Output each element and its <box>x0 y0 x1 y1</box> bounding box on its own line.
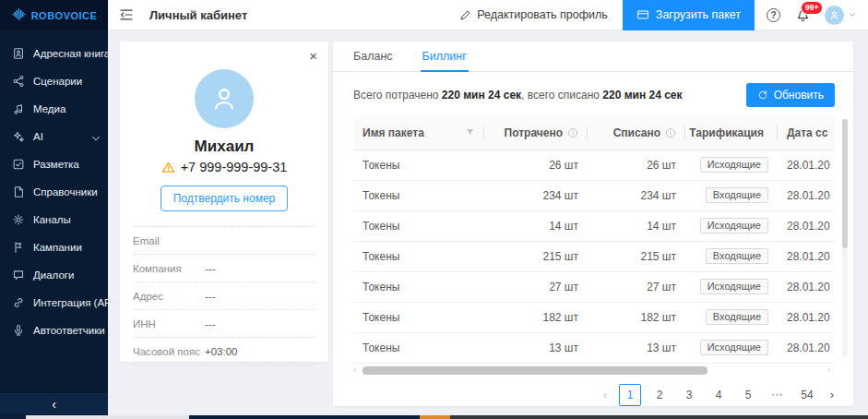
cell-spent: 26 шт <box>484 150 588 180</box>
menu-fold-icon <box>119 7 134 22</box>
summary-spent-total: 220 мин 24 сек <box>442 89 521 102</box>
vertical-scrollbar[interactable] <box>842 119 848 357</box>
billing-toolbar: Всего потрачено 220 мин 24 сек, всего сп… <box>333 72 853 116</box>
field-label: Адрес <box>133 291 205 302</box>
sidebar-item-label: Медиа <box>33 103 65 114</box>
chevron-down-icon <box>848 10 857 19</box>
cell-package-name: Токены <box>353 180 484 210</box>
confirm-number-button[interactable]: Подтвердить номер <box>161 186 289 211</box>
channels-icon <box>12 213 25 226</box>
cell-tariff: Исходящие <box>685 332 778 363</box>
cell-tariff: Исходящие <box>685 210 778 241</box>
cell-written-off: 182 шт <box>588 302 685 332</box>
sidebar-item-label: Каналы <box>33 214 71 225</box>
billing-table: Имя пакетаПотраченоСписаноТарификацияДат… <box>353 116 835 364</box>
tariff-badge: Исходящие <box>700 340 768 355</box>
cell-date: 28.01.20 <box>778 150 835 180</box>
column-header-3[interactable]: Тарификация <box>685 116 778 150</box>
pagination-ellipsis[interactable]: ••• <box>767 384 789 406</box>
tab-billing[interactable]: Биллинг <box>421 42 469 72</box>
summary-middle: , всего списано <box>521 89 602 102</box>
collapse-left-icon: ‹ <box>52 397 56 412</box>
upload-package-button[interactable]: Загрузить пакет <box>623 0 755 30</box>
column-header-4[interactable]: Дата сс <box>778 116 835 150</box>
sidebar-item-scenarios[interactable]: Сценарии <box>0 67 108 95</box>
table-row: Токены182 шт182 штВходящие28.01.20 <box>353 302 835 332</box>
cell-package-name: Токены <box>353 150 484 180</box>
column-label: Потрачено <box>505 126 563 139</box>
brand-logo[interactable]: ROBOVOICE <box>0 0 108 30</box>
sidebar-collapse-button[interactable]: ‹ <box>0 393 108 414</box>
ai-icon <box>12 130 25 143</box>
pagination-page-5[interactable]: 5 <box>737 384 759 406</box>
sidebar-item-label: Справочники <box>33 186 98 198</box>
directories-icon <box>12 186 25 198</box>
bottom-edge-strip <box>0 415 868 419</box>
sidebar-item-ai[interactable]: AI <box>0 123 108 150</box>
sidebar-item-campaigns[interactable]: Кампании <box>0 233 108 261</box>
pagination-page-54[interactable]: 54 <box>796 384 818 406</box>
billing-summary: Всего потрачено 220 мин 24 сек, всего сп… <box>353 89 683 102</box>
table-row: Токены26 шт26 штИсходящие28.01.20 <box>353 150 835 180</box>
sidebar-item-directories[interactable]: Справочники <box>0 178 108 206</box>
cell-date: 28.01.20 <box>778 241 835 271</box>
help-button[interactable]: ? <box>767 8 780 22</box>
sidebar-item-address-book[interactable]: Адресная книга <box>0 40 108 67</box>
sidebar-item-autoresponders[interactable]: Автоответчики <box>0 317 108 344</box>
pagination-page-1[interactable]: 1 <box>619 384 641 406</box>
info-icon <box>567 127 578 138</box>
user-menu[interactable] <box>825 6 857 25</box>
sidebar-item-media[interactable]: Медиа <box>0 95 108 123</box>
main-area: Личный кабинет Редактировать профиль Заг… <box>108 0 868 419</box>
markup-icon <box>12 158 25 171</box>
column-header-0[interactable]: Имя пакета <box>353 116 484 150</box>
brand-name: ROBOVOICE <box>31 10 98 21</box>
column-header-1[interactable]: Потрачено <box>484 116 588 150</box>
pagination-page-3[interactable]: 3 <box>678 384 700 406</box>
cell-spent: 234 шт <box>484 180 588 210</box>
sidebar-item-integration[interactable]: Интеграция (API) <box>0 289 108 317</box>
profile-name: Михаил <box>120 138 328 156</box>
menu-fold-button[interactable] <box>119 7 134 22</box>
tariff-badge: Входящие <box>706 309 768 325</box>
scrollbar-thumb[interactable] <box>363 366 707 375</box>
sidebar-item-label: Диалоги <box>33 269 74 281</box>
refresh-button[interactable]: Обновить <box>746 83 835 107</box>
field-value: --- <box>205 318 216 329</box>
tab-balance[interactable]: Баланс <box>351 42 395 72</box>
cell-date: 28.01.20 <box>778 302 835 332</box>
close-icon: × <box>309 48 317 64</box>
edit-profile-button[interactable]: Редактировать профиль <box>459 8 608 21</box>
column-label: Тарификация <box>689 126 764 139</box>
scrollbar-thumb[interactable] <box>842 119 848 248</box>
table-row: Токены14 шт14 штИсходящие28.01.20 <box>353 210 835 241</box>
sidebar-item-label: AI <box>33 131 43 142</box>
profile-field-row: Email <box>133 226 315 254</box>
pagination-prev-button[interactable]: ‹ <box>599 388 612 401</box>
pagination-page-2[interactable]: 2 <box>648 384 671 406</box>
close-button[interactable]: × <box>309 49 317 63</box>
cell-package-name: Токены <box>353 332 484 363</box>
pagination-page-4[interactable]: 4 <box>707 384 730 406</box>
sidebar-item-channels[interactable]: Каналы <box>0 206 108 233</box>
card-icon <box>636 8 649 21</box>
tabs-bar: Баланс Биллинг <box>333 42 853 72</box>
cell-written-off: 234 шт <box>588 180 685 210</box>
profile-field-row: Адрес--- <box>133 281 315 309</box>
profile-field-row: Часовой пояс+03:00 <box>133 337 315 365</box>
horizontal-scrollbar[interactable]: ‹ › <box>353 366 835 375</box>
pagination-next-button[interactable]: › <box>826 388 838 401</box>
profile-card: × Михаил +7 999-999-99-31 Подтвердить но… <box>120 42 328 362</box>
tariff-badge: Исходящие <box>700 279 768 294</box>
content-area: × Михаил +7 999-999-99-31 Подтвердить но… <box>108 30 868 419</box>
table-body: Токены26 шт26 штИсходящие28.01.20Токены2… <box>353 150 835 363</box>
notifications-button[interactable]: 99+ <box>796 6 810 23</box>
cell-spent: 215 шт <box>484 241 588 271</box>
sidebar-item-markup[interactable]: Разметка <box>0 150 108 178</box>
column-header-2[interactable]: Списано <box>588 116 685 150</box>
sidebar-item-dialogs[interactable]: Диалоги <box>0 261 108 289</box>
cell-tariff: Входящие <box>685 302 778 332</box>
sidebar-item-label: Разметка <box>33 159 79 170</box>
cell-tariff: Входящие <box>685 180 778 210</box>
info-icon <box>665 127 676 138</box>
